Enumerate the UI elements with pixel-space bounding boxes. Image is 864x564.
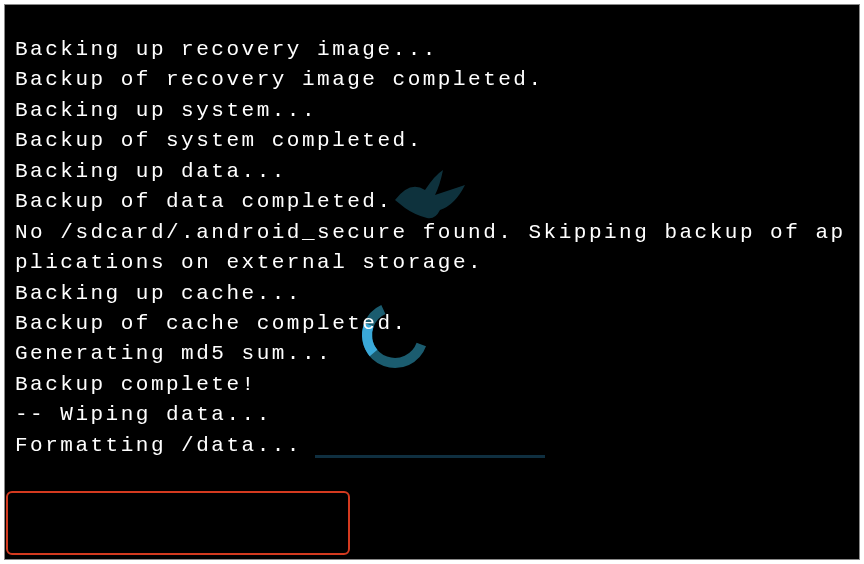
output-line: Backup of system completed.	[15, 126, 849, 156]
output-line: Backup of recovery image completed.	[15, 65, 849, 95]
output-line: Backing up cache...	[15, 279, 849, 309]
output-line: Backing up data...	[15, 157, 849, 187]
output-line: Backup complete!	[15, 370, 849, 400]
output-line: Backing up system...	[15, 96, 849, 126]
output-line: Generating md5 sum...	[15, 339, 849, 369]
terminal-window: Backing up recovery image... Backup of r…	[4, 4, 860, 560]
output-line: Backup of cache completed.	[15, 309, 849, 339]
terminal-output: Backing up recovery image... Backup of r…	[15, 35, 849, 461]
highlight-annotation	[6, 491, 350, 555]
output-line: plications on external storage.	[15, 248, 849, 278]
output-line: Backup of data completed.	[15, 187, 849, 217]
output-line: Backing up recovery image...	[15, 35, 849, 65]
output-line: Formatting /data...	[15, 431, 849, 461]
output-line: No /sdcard/.android_secure found. Skippi…	[15, 218, 849, 248]
output-line: -- Wiping data...	[15, 400, 849, 430]
